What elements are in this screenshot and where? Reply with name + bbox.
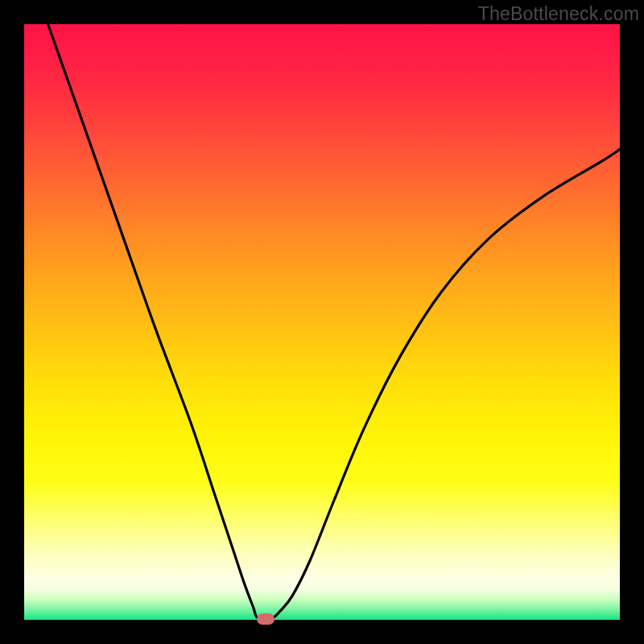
bottleneck-curve (24, 24, 620, 620)
optimal-marker (257, 613, 275, 625)
attribution-text: TheBottleneck.com (478, 3, 639, 25)
chart-frame: TheBottleneck.com (0, 0, 644, 644)
